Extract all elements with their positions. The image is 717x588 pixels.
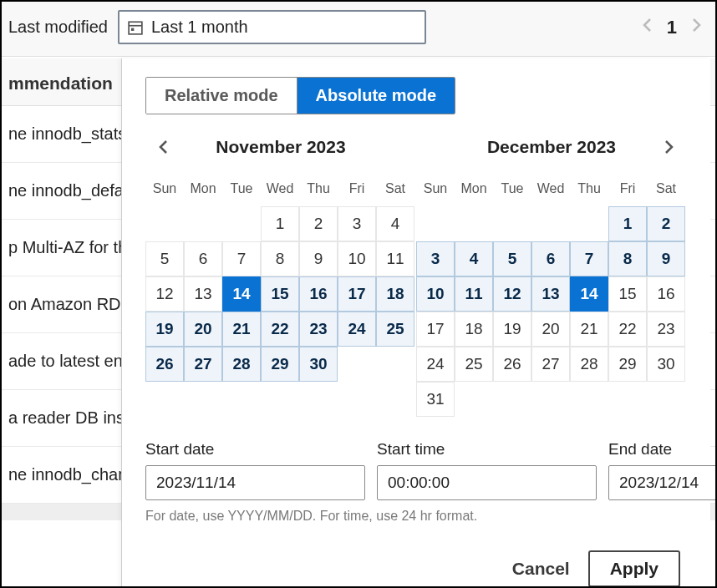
mode-toggle: Relative mode Absolute mode (145, 77, 455, 114)
day-cell[interactable]: 14 (222, 276, 261, 312)
day-cell[interactable]: 8 (261, 241, 299, 276)
day-cell[interactable]: 28 (222, 347, 261, 382)
day-cell[interactable]: 25 (455, 347, 493, 382)
day-cell[interactable]: 13 (184, 276, 222, 312)
day-empty (416, 206, 455, 241)
day-cell[interactable]: 18 (455, 312, 493, 347)
day-cell[interactable]: 27 (531, 347, 570, 382)
day-cell[interactable]: 26 (145, 347, 184, 382)
row-text: a reader DB insta (8, 408, 139, 428)
day-cell[interactable]: 31 (416, 382, 455, 417)
day-cell[interactable]: 20 (184, 312, 222, 347)
day-cell[interactable]: 4 (376, 206, 414, 241)
day-cell[interactable]: 13 (531, 276, 570, 312)
day-cell[interactable]: 14 (570, 276, 608, 312)
day-cell[interactable]: 26 (493, 347, 531, 382)
day-cell[interactable]: 23 (647, 312, 685, 347)
day-cell[interactable]: 12 (493, 276, 531, 312)
day-empty (531, 206, 570, 241)
end-date-input[interactable] (608, 465, 717, 500)
absolute-mode-button[interactable]: Absolute mode (297, 78, 455, 114)
day-empty (145, 206, 184, 241)
day-cell[interactable]: 3 (338, 206, 376, 241)
day-cell[interactable]: 28 (570, 347, 608, 382)
day-cell[interactable]: 1 (608, 206, 647, 241)
weekday-header: Sun (416, 171, 455, 206)
start-time-input[interactable] (377, 465, 597, 500)
day-cell[interactable]: 25 (376, 312, 414, 347)
day-cell[interactable]: 16 (647, 276, 685, 312)
day-cell[interactable]: 22 (608, 312, 647, 347)
relative-mode-button[interactable]: Relative mode (146, 78, 297, 114)
pager-next-icon[interactable] (690, 17, 702, 38)
start-time-label: Start time (377, 440, 597, 459)
day-cell[interactable]: 17 (416, 312, 455, 347)
weekday-header: Thu (570, 171, 608, 206)
weekday-header: Wed (261, 171, 299, 206)
day-cell[interactable]: 15 (608, 276, 647, 312)
day-cell[interactable]: 8 (608, 241, 647, 276)
day-cell[interactable]: 7 (222, 241, 261, 276)
day-cell[interactable]: 3 (416, 241, 455, 276)
day-cell[interactable]: 21 (570, 312, 608, 347)
day-cell[interactable]: 20 (531, 312, 570, 347)
calendar-left-title: November 2023 (216, 137, 345, 157)
cancel-button[interactable]: Cancel (512, 559, 570, 579)
row-text: p Multi-AZ for th (8, 238, 127, 257)
day-cell[interactable]: 16 (299, 276, 338, 312)
row-text: ne innodb_defau (8, 181, 133, 200)
day-cell[interactable]: 10 (338, 241, 376, 276)
day-cell[interactable]: 10 (416, 276, 455, 312)
day-cell[interactable]: 30 (299, 347, 338, 382)
day-cell[interactable]: 9 (299, 241, 338, 276)
row-text: on Amazon RDS (8, 295, 132, 314)
apply-button[interactable]: Apply (588, 550, 680, 587)
day-empty (184, 206, 222, 241)
day-cell[interactable]: 4 (455, 241, 493, 276)
day-cell[interactable]: 27 (184, 347, 222, 382)
calendar-left: November 2023 SunMonTueWedThuFriSat12345… (145, 134, 416, 417)
day-cell[interactable]: 24 (416, 347, 455, 382)
weekday-header: Mon (455, 171, 493, 206)
weekday-header: Tue (493, 171, 531, 206)
date-picker-popover: Relative mode Absolute mode November 202… (121, 58, 710, 588)
svg-rect-0 (129, 22, 142, 34)
day-cell[interactable]: 5 (493, 241, 531, 276)
day-cell[interactable]: 23 (299, 312, 338, 347)
weekday-header: Mon (184, 171, 222, 206)
day-cell[interactable]: 12 (145, 276, 184, 312)
weekday-header: Fri (338, 171, 376, 206)
start-date-input[interactable] (145, 465, 365, 500)
day-cell[interactable]: 11 (376, 241, 414, 276)
end-date-label: End date (608, 440, 717, 459)
day-cell[interactable]: 5 (145, 241, 184, 276)
day-cell[interactable]: 30 (647, 347, 685, 382)
day-cell[interactable]: 18 (376, 276, 414, 312)
day-cell[interactable]: 7 (570, 241, 608, 276)
day-cell[interactable]: 24 (338, 312, 376, 347)
day-cell[interactable]: 17 (338, 276, 376, 312)
calendar-right-grid: SunMonTueWedThuFriSat1234567891011121314… (416, 171, 687, 417)
day-cell[interactable]: 29 (261, 347, 299, 382)
day-cell[interactable]: 19 (493, 312, 531, 347)
day-cell[interactable]: 6 (531, 241, 570, 276)
weekday-header: Sun (145, 171, 184, 206)
day-cell[interactable]: 15 (261, 276, 299, 312)
next-month-button[interactable] (655, 134, 682, 160)
day-cell[interactable]: 2 (299, 206, 338, 241)
day-cell[interactable]: 1 (261, 206, 299, 241)
day-cell[interactable]: 11 (455, 276, 493, 312)
calendar-right: December 2023 SunMonTueWedThuFriSat12345… (416, 134, 687, 417)
date-range-input[interactable]: Last 1 month (118, 10, 426, 44)
day-cell[interactable]: 21 (222, 312, 261, 347)
day-cell[interactable]: 6 (184, 241, 222, 276)
day-empty (222, 206, 261, 241)
filter-bar: Last modified Last 1 month 1 (2, 2, 715, 57)
day-cell[interactable]: 29 (608, 347, 647, 382)
day-cell[interactable]: 22 (261, 312, 299, 347)
day-cell[interactable]: 2 (647, 206, 685, 241)
pager-prev-icon[interactable] (642, 17, 653, 38)
prev-month-button[interactable] (150, 134, 177, 160)
day-cell[interactable]: 9 (647, 241, 685, 276)
day-cell[interactable]: 19 (145, 312, 184, 347)
